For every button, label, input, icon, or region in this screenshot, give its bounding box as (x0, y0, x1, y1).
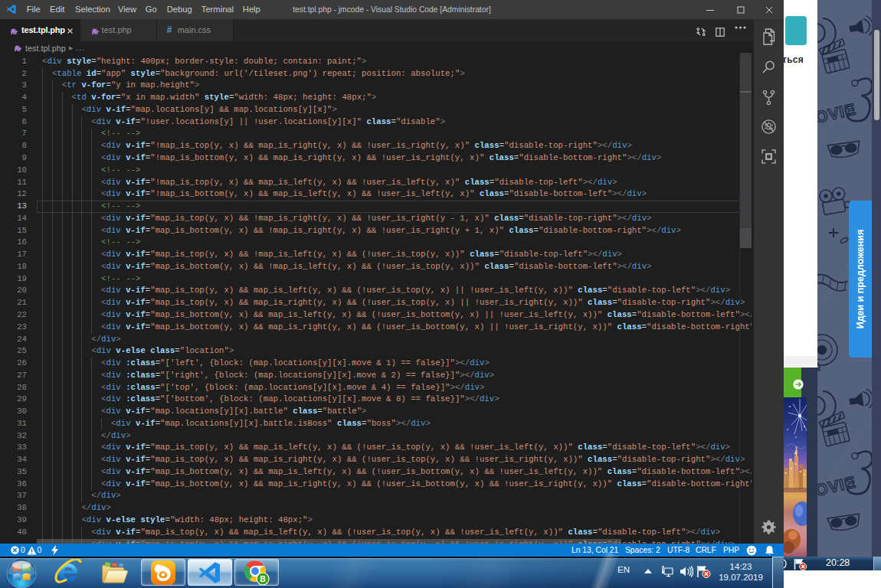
svg-text:B: B (260, 575, 265, 583)
